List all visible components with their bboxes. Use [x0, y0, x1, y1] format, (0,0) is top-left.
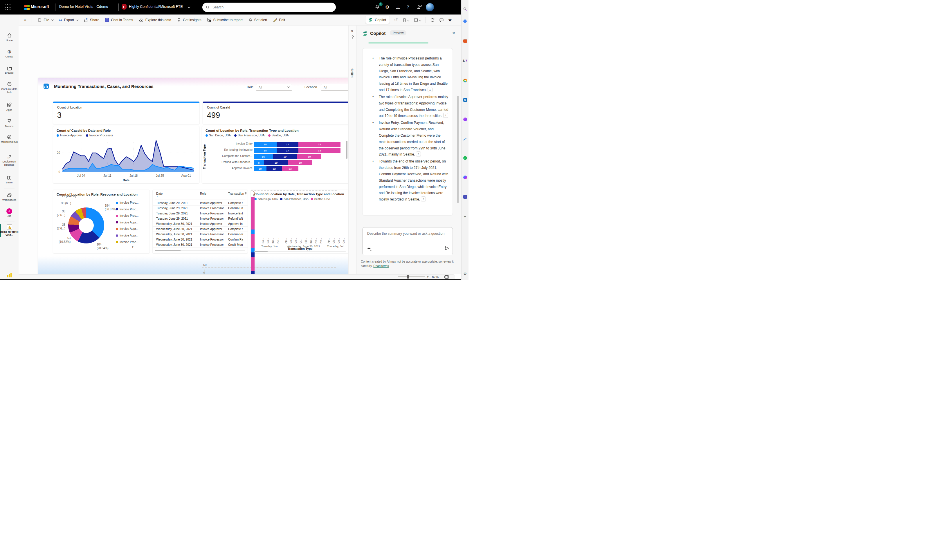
- legend-item[interactable]: Invoice Appr...: [116, 227, 146, 231]
- sidebar-search-icon[interactable]: [463, 7, 467, 11]
- column-segment[interactable]: [251, 252, 254, 257]
- citation-chip[interactable]: 1: [443, 113, 448, 118]
- sidebar-tools-icon[interactable]: [463, 39, 467, 43]
- column-header-date[interactable]: Date: [156, 192, 197, 195]
- bar-segment[interactable]: 19: [264, 160, 288, 165]
- column-header-transaction[interactable]: Transaction: [228, 192, 247, 195]
- table-row[interactable]: Wednesday, June 30, 2021Invoice Processo…: [153, 242, 248, 248]
- column-segment[interactable]: [251, 229, 254, 234]
- visual-scrollbar[interactable]: [346, 141, 347, 159]
- legend-item[interactable]: Invoice Appr...: [116, 234, 146, 237]
- bar-segment[interactable]: 17: [277, 142, 298, 147]
- send-icon[interactable]: [444, 246, 449, 251]
- sidebar-item-metrics[interactable]: Metrics: [0, 118, 18, 128]
- bar-segment[interactable]: 19: [297, 154, 322, 159]
- comments-icon[interactable]: [439, 18, 444, 22]
- sort-ascending-icon[interactable]: ▲: [156, 195, 158, 198]
- bar-row[interactable]: 151919: [254, 154, 321, 159]
- zoom-slider-handle[interactable]: [407, 275, 409, 278]
- column-segment[interactable]: [251, 262, 254, 266]
- legend-item[interactable]: Invoice Appr...: [116, 221, 146, 224]
- citation-chip[interactable]: 2: [416, 151, 421, 156]
- sidebar-microsoft365-icon[interactable]: [463, 78, 467, 82]
- sensitivity-label[interactable]: Highly Confidential\Microsoft FTE: [129, 5, 183, 9]
- set-alert-button[interactable]: Set alert: [248, 18, 267, 22]
- legend-item[interactable]: Invoice Proc...: [116, 201, 146, 204]
- sidebar-collections-icon[interactable]: [463, 19, 467, 23]
- sidebar-item-home[interactable]: Home: [0, 32, 18, 42]
- sidebar-spotify-icon[interactable]: ♪: [463, 156, 467, 160]
- get-insights-button[interactable]: Get insights: [177, 17, 201, 22]
- table-row[interactable]: Wednesday, June 30, 2021Invoice Processo…: [153, 232, 248, 237]
- bar-row[interactable]: 81919: [254, 160, 312, 165]
- bar-segment[interactable]: 10: [254, 166, 267, 171]
- pin-icon[interactable]: [351, 35, 355, 40]
- chevron-down-icon[interactable]: [188, 6, 191, 8]
- copilot-toggle-button[interactable]: Copilot: [365, 16, 390, 24]
- table-row[interactable]: Wednesday, June 30, 2021Invoice Approver…: [153, 227, 248, 232]
- donut-chart-location-by-role-resource[interactable]: Count of Location by Role, Resource and …: [53, 190, 149, 253]
- sidebar-designer-icon[interactable]: [463, 117, 467, 121]
- sidebar-item-browse[interactable]: Browse: [0, 65, 18, 75]
- role-slicer[interactable]: All: [256, 84, 292, 91]
- kpi-card-count-of-caseid[interactable]: Count of CaseId 499: [203, 102, 349, 124]
- zoom-out-button[interactable]: -: [394, 275, 395, 279]
- legend-item[interactable]: Invoice Proc...: [116, 240, 146, 244]
- table-row[interactable]: Wednesday, June 30, 2021Invoice Processo…: [153, 237, 248, 242]
- bar-segment[interactable]: 19: [288, 160, 313, 165]
- legend-more-icon[interactable]: ▼: [131, 246, 134, 248]
- sidebar-outlook-icon[interactable]: O: [463, 98, 467, 102]
- column-segment[interactable]: [251, 234, 254, 239]
- file-menu[interactable]: File: [37, 18, 53, 22]
- bar-segment[interactable]: 18: [254, 142, 277, 147]
- bar-row[interactable]: 101213: [254, 166, 298, 171]
- download-button[interactable]: ↓: [396, 5, 400, 9]
- sidebar-messenger-icon[interactable]: [463, 175, 467, 179]
- read-terms-link[interactable]: Read terms: [373, 264, 389, 268]
- settings-gear-icon[interactable]: ⚙: [385, 5, 389, 10]
- column-segment[interactable]: [251, 215, 254, 225]
- bar-segment[interactable]: 33: [298, 148, 341, 153]
- bookmarks-button[interactable]: [402, 18, 409, 22]
- sidebar-item-ai2[interactable]: A AI2: [0, 208, 18, 218]
- global-search[interactable]: [202, 3, 336, 12]
- sidebar-games-icon[interactable]: ♟♜: [463, 58, 467, 63]
- app-launcher-icon[interactable]: [5, 5, 11, 11]
- zoom-slider-track[interactable]: [398, 277, 425, 277]
- help-button[interactable]: ?: [407, 5, 409, 9]
- bar-segment[interactable]: 15: [254, 154, 273, 159]
- copilot-prompt-input[interactable]: [367, 231, 449, 244]
- kpi-card-count-of-location[interactable]: Count of Location 3: [53, 102, 199, 124]
- chat-in-teams-button[interactable]: T Chat in Teams: [105, 18, 133, 22]
- table-row[interactable]: Wednesday, June 30, 2021Invoice Approver…: [153, 222, 248, 227]
- subscribe-button[interactable]: Subscribe to report: [207, 17, 242, 22]
- sidebar-item-create[interactable]: ⊕ Create: [0, 49, 18, 58]
- bar-segment[interactable]: 13: [282, 166, 298, 171]
- column-segment[interactable]: [251, 202, 254, 206]
- close-icon[interactable]: ✕: [452, 31, 455, 35]
- table-row[interactable]: Tuesday, June 29, 2021Invoice ApproverCo…: [153, 200, 248, 206]
- column-segment[interactable]: [251, 206, 254, 211]
- export-menu[interactable]: ↦ Export: [59, 18, 78, 22]
- sidebar-item-onelake[interactable]: OneLake data hub: [0, 81, 18, 94]
- bar-segment[interactable]: 18: [254, 148, 277, 153]
- visual-scrollbar[interactable]: [254, 251, 268, 252]
- sidebar-settings-icon[interactable]: ⚙: [463, 272, 467, 275]
- favorite-star-icon[interactable]: ★: [448, 17, 452, 23]
- zoom-in-button[interactable]: +: [427, 275, 429, 279]
- resize-handle[interactable]: [245, 192, 247, 194]
- column-segment[interactable]: [251, 266, 254, 271]
- column-segment[interactable]: [251, 197, 254, 202]
- citation-chip[interactable]: 2: [421, 197, 426, 202]
- copilot-input-box[interactable]: [362, 227, 453, 255]
- area-plot[interactable]: 200Jul 04Jul 11Jul 18Jul 25Aug 01: [55, 140, 197, 179]
- citation-chip[interactable]: 1: [428, 87, 433, 92]
- transactions-table[interactable]: Date Role Transaction ▲ Tuesday, June 29…: [153, 190, 248, 253]
- sidebar-item-monitoring-hub[interactable]: Monitoring hub: [0, 134, 18, 144]
- expand-filters-icon[interactable]: «: [351, 28, 353, 33]
- view-menu-button[interactable]: [414, 18, 421, 22]
- sidebar-add-apps-icon[interactable]: +: [463, 214, 467, 218]
- legend-item[interactable]: Invoice Processor: [86, 134, 113, 137]
- filters-label[interactable]: Filters: [350, 68, 354, 77]
- copilot-scrollbar[interactable]: [457, 96, 459, 203]
